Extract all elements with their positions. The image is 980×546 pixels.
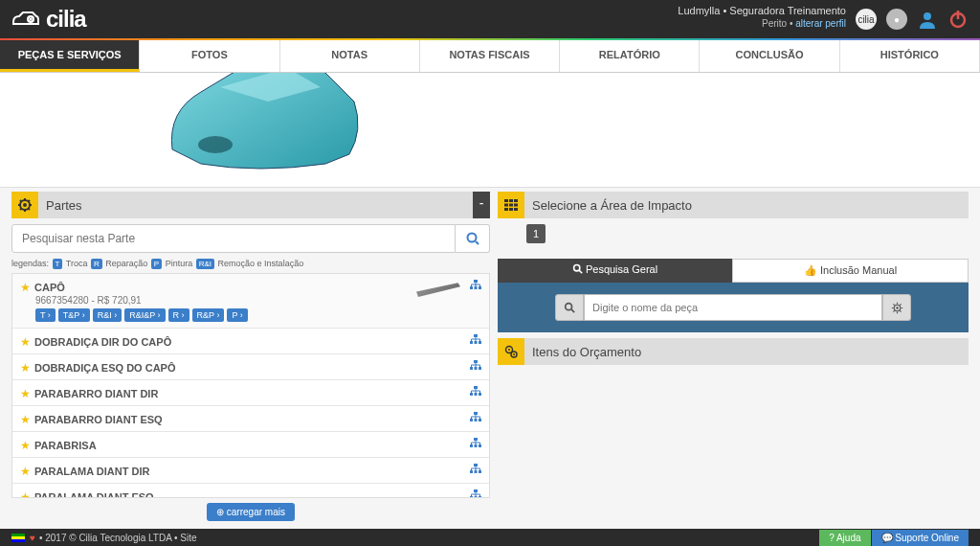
- hierarchy-icon[interactable]: [470, 334, 481, 346]
- settings-icon-button[interactable]: [882, 294, 911, 321]
- user-name-line: Ludmylla • Seguradora Treinamento: [678, 4, 846, 17]
- star-icon: ★: [20, 439, 31, 452]
- tag-tp[interactable]: T&P ›: [58, 308, 90, 322]
- part-row[interactable]: ★PARALAMA DIANT DIR: [12, 458, 489, 484]
- partes-search-button[interactable]: [456, 224, 490, 253]
- svg-rect-49: [514, 204, 518, 207]
- load-more-button[interactable]: ⊕ carregar mais: [207, 503, 295, 521]
- svg-rect-3: [957, 11, 960, 19]
- svg-rect-29: [470, 444, 473, 447]
- part-name-input[interactable]: [584, 294, 882, 321]
- svg-rect-12: [474, 334, 478, 337]
- svg-point-7: [467, 234, 476, 242]
- star-icon: ★: [20, 465, 31, 478]
- tab-pecas-servicos[interactable]: PEÇAS E SERVIÇOS: [0, 40, 140, 72]
- svg-rect-32: [474, 464, 478, 466]
- tag-ri[interactable]: R&I ›: [93, 308, 122, 322]
- svg-point-56: [896, 307, 898, 308]
- impact-title: Selecione a Área de Impacto: [524, 198, 692, 213]
- partes-title: Partes: [38, 198, 82, 213]
- tab-notas[interactable]: NOTAS: [280, 40, 420, 72]
- partes-panel-header: Partes -: [11, 192, 490, 218]
- search-icon-button[interactable]: [555, 294, 584, 321]
- tab-historico[interactable]: HISTÓRICO: [840, 40, 980, 72]
- tab-fotos[interactable]: FOTOS: [140, 40, 279, 72]
- part-list[interactable]: ★CAPÔ 9667354280 - R$ 720,91 T › T&P › R…: [11, 273, 490, 498]
- svg-point-1: [924, 12, 931, 20]
- svg-rect-26: [475, 419, 478, 421]
- svg-rect-9: [470, 286, 473, 289]
- part-row[interactable]: ★PARABARRO DIANT ESQ: [12, 406, 489, 432]
- svg-rect-16: [474, 360, 478, 363]
- svg-rect-34: [475, 470, 478, 473]
- partes-search-input[interactable]: [11, 224, 456, 253]
- svg-rect-17: [470, 367, 473, 370]
- part-row[interactable]: ★PARABARRO DIANT DIR: [12, 380, 489, 406]
- tab-inclusao-manual[interactable]: 👍 Inclusão Manual: [732, 259, 969, 283]
- svg-point-59: [508, 349, 510, 351]
- svg-rect-8: [474, 280, 478, 283]
- svg-rect-23: [479, 393, 481, 396]
- hierarchy-icon[interactable]: [470, 412, 481, 423]
- car-diagram-area[interactable]: [0, 73, 980, 188]
- part-row[interactable]: ★PARABRISA: [12, 432, 489, 458]
- tag-rp[interactable]: R&P ›: [192, 308, 225, 322]
- svg-rect-10: [475, 286, 478, 289]
- footer: ♥ • 2017 © Cilia Tecnologia LTDA • Site …: [0, 529, 980, 546]
- tab-pesquisa-geral[interactable]: Pesquisa Geral: [498, 259, 732, 283]
- star-icon: ★: [20, 387, 31, 400]
- hierarchy-icon[interactable]: [470, 438, 481, 449]
- help-button[interactable]: ? Ajuda: [819, 530, 870, 546]
- star-icon: ★: [20, 281, 31, 294]
- hierarchy-icon[interactable]: [470, 280, 481, 291]
- svg-rect-15: [479, 341, 481, 344]
- part-row-capo[interactable]: ★CAPÔ 9667354280 - R$ 720,91 T › T&P › R…: [12, 274, 489, 329]
- star-icon: ★: [20, 490, 31, 498]
- brand-text: cilia: [46, 6, 86, 33]
- hierarchy-icon[interactable]: [470, 386, 481, 398]
- svg-point-4: [198, 136, 233, 153]
- tag-t[interactable]: T ›: [35, 308, 56, 322]
- svg-rect-14: [475, 341, 478, 344]
- svg-rect-36: [474, 489, 478, 492]
- impact-area-1[interactable]: 1: [526, 224, 546, 243]
- svg-rect-30: [475, 444, 478, 447]
- svg-rect-46: [514, 199, 518, 202]
- tag-r[interactable]: R ›: [168, 308, 189, 322]
- tab-conclusao[interactable]: CONCLUSÃO: [700, 40, 839, 72]
- svg-rect-35: [479, 470, 481, 473]
- hierarchy-icon[interactable]: [470, 360, 481, 372]
- minimize-button[interactable]: -: [473, 192, 490, 218]
- heart-icon: ♥: [30, 533, 35, 543]
- badge-cilia-icon[interactable]: cilia: [856, 9, 877, 30]
- svg-rect-33: [470, 470, 473, 473]
- svg-rect-48: [509, 204, 513, 207]
- user-icon[interactable]: [917, 9, 938, 30]
- part-row[interactable]: ★PARALAMA DIANT ESQ: [12, 484, 489, 498]
- power-icon[interactable]: [947, 9, 969, 30]
- svg-rect-13: [470, 341, 473, 344]
- alter-profile-link[interactable]: alterar perfil: [795, 18, 846, 29]
- svg-point-54: [566, 304, 572, 310]
- part-row[interactable]: ★DOBRADIÇA DIR DO CAPÔ: [12, 329, 489, 354]
- tag-rip[interactable]: R&I&P ›: [124, 308, 165, 322]
- tab-notas-fiscais[interactable]: NOTAS FISCAIS: [420, 40, 560, 72]
- hierarchy-icon[interactable]: [470, 489, 481, 498]
- legends-row: legendas: T Troca R Reparação P Pintura …: [11, 259, 490, 269]
- star-icon: ★: [20, 335, 31, 349]
- tag-p[interactable]: P ›: [227, 308, 247, 322]
- gear-icon: [11, 192, 38, 218]
- main-tabs: PEÇAS E SERVIÇOS FOTOS NOTAS NOTAS FISCA…: [0, 40, 980, 73]
- copyright-text: • 2017 © Cilia Tecnologia LTDA • Site: [39, 533, 197, 543]
- hierarchy-icon[interactable]: [470, 464, 481, 475]
- support-button[interactable]: 💬 Suporte Online: [872, 530, 969, 546]
- badge-seguro-icon[interactable]: ●: [886, 9, 907, 30]
- tab-relatorio[interactable]: RELATÓRIO: [560, 40, 700, 72]
- flag-icon: [11, 534, 25, 542]
- svg-rect-45: [509, 199, 513, 202]
- part-row[interactable]: ★DOBRADIÇA ESQ DO CAPÔ: [12, 354, 489, 380]
- svg-rect-18: [475, 367, 478, 370]
- svg-rect-20: [474, 386, 478, 389]
- svg-rect-22: [475, 393, 478, 396]
- svg-rect-44: [504, 199, 508, 202]
